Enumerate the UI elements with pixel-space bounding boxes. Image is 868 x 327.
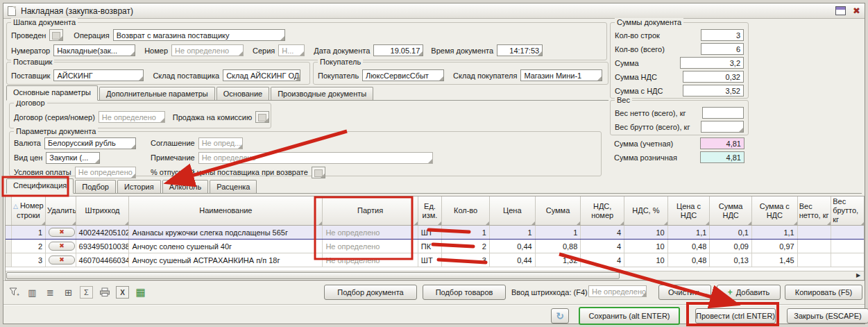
columns-icon[interactable]: ▥ [26,286,39,299]
tab-spec-2[interactable]: История [117,180,161,193]
clear-button[interactable]: Очистить [658,285,711,300]
contract-field[interactable]: Не определено [99,111,165,123]
table-row[interactable]: 1✖400244205102Ананасы кружочки слегка по… [6,226,865,240]
calculator-icon[interactable]: ⊞ [62,286,75,299]
tab-main-2[interactable]: Основание [216,87,269,100]
table-row[interactable]: 3✖460704466034Анчоус сушеный АСТРАХАНКИН… [6,253,865,267]
number-field[interactable]: Не определено [171,44,244,56]
retail-sum-label: Сумма розничная [614,153,677,162]
column-header-unit[interactable]: Ед. изм. [418,196,441,226]
supplier-warehouse-combo[interactable]: Склад АЙСКИНГ ОДО [223,69,300,81]
numbered-list-icon[interactable]: ≣ [44,286,57,299]
column-header-sum-vat-incl[interactable]: Сумма с НДС [751,196,797,226]
column-header-vat-pct[interactable]: НДС, % [624,196,668,226]
tab-main-3[interactable]: Производные документы [271,87,373,100]
supplier-combo[interactable]: АЙСКИНГ [53,69,144,81]
cell-gross [831,253,865,267]
operation-combo[interactable]: Возврат с магазина поставщику [113,29,285,41]
doc-date-field[interactable]: 19.05.17 [373,44,423,56]
cell-qty: 3 [442,253,490,267]
sums-row-value-field[interactable]: 3,2 [680,57,744,69]
restore-window-icon[interactable] [835,6,846,15]
numerator-combo[interactable]: Накладные(зак... [53,44,135,56]
commission-checkbox[interactable] [255,111,269,123]
title-bar: Накладная (закупка-возврат) ✖ [3,3,865,19]
save-button[interactable]: Сохранить (alt ENTER) [579,307,680,325]
return-pct-checkbox[interactable] [312,167,325,178]
buyer-group: Покупатель Покупатель ЛюксСервисСбыт Скл… [313,62,609,85]
tab-spec-4[interactable]: Расценка [210,180,257,193]
net-weight-field[interactable] [702,107,744,119]
close-button[interactable]: Закрыть (ESCAPE) [787,308,868,324]
sums-row-label: Кол-во (всего) [615,45,665,53]
price-kind-combo[interactable]: Закупки (... [46,152,100,164]
note-field[interactable]: Не определено [198,152,433,164]
scroll-right-arrow-icon[interactable]: ▶ [853,272,863,279]
export-grid-icon[interactable]: ▦ [134,286,147,299]
column-header-barcode[interactable]: Штрихкод [76,196,129,226]
sums-row-value-field[interactable]: 0,32 [683,71,744,83]
column-header-net[interactable]: Вес нетто, кг [797,196,831,226]
column-header-price-vat[interactable]: Цена с НДС [667,196,710,226]
refresh-button[interactable]: ↻ [551,308,569,324]
doc-params-legend: Параметры документа [14,127,98,135]
delete-row-button[interactable]: ✖ [49,242,75,251]
doc-time-field[interactable]: 14:17:53 [497,44,543,56]
select-document-button[interactable]: Подбор документа [324,285,417,300]
cell-name: Ананасы кружочки слегка подслащены 565г [129,226,323,240]
return-pct-label: % отпускной цены поставщика при возврате [151,168,308,176]
copy-button[interactable]: Копировать (F5) [785,285,862,300]
gross-weight-field[interactable] [701,121,744,133]
buyer-label: Покупатель [318,72,359,80]
cell-num: 1 [11,226,46,240]
excel-icon[interactable]: X [116,286,129,299]
cell-vat-pct: 10 [624,240,668,253]
column-header-price[interactable]: Цена [489,196,535,226]
tab-main-1[interactable]: Дополнительные параметры [99,87,215,100]
filter-icon[interactable]: + [8,286,21,299]
sums-row-value-field[interactable]: 6 [701,43,744,55]
scrollbar-thumb[interactable] [6,272,620,279]
supplier-group: Поставщик Поставщик АЙСКИНГ Склад постав… [6,62,310,85]
payment-terms-field[interactable]: Не определено [75,167,136,178]
tab-spec-3[interactable]: Алкоголь [162,180,209,193]
print-icon[interactable] [98,286,111,299]
sort-icon: △ [13,203,18,210]
proveden-checkbox[interactable] [49,29,63,41]
delete-cell: ✖ [46,226,76,240]
delete-row-button[interactable]: ✖ [49,228,75,237]
column-header-num[interactable]: △Номер строки [11,196,46,226]
doc-date-label: Дата документа [314,47,370,55]
buyer-warehouse-combo[interactable]: Магазин Мини-1 [520,69,602,81]
add-button[interactable]: + Добавить [717,285,781,300]
post-button[interactable]: Провести (ctrl ENTER) [695,308,776,324]
agreement-field[interactable]: Не опред... [198,137,243,149]
column-header-gross[interactable]: Вес брутто, кг [831,196,865,226]
sum-icon[interactable]: Σ [80,286,93,299]
series-field[interactable]: Н... [278,44,305,56]
delete-row-button[interactable]: ✖ [49,255,75,265]
column-header-name[interactable]: Наименование [129,196,323,226]
column-header-vat-sum[interactable]: Сумма НДС [710,196,752,226]
sums-row-value-field[interactable]: 3,52 [683,85,744,97]
sums-row-label: Сумма [615,59,639,67]
column-header-vat-num[interactable]: НДС, номер [581,196,624,226]
column-header-qty[interactable]: Кол-во [442,196,490,226]
select-goods-button[interactable]: Подбор товаров [423,285,506,300]
currency-label: Валюта [14,139,41,147]
tab-spec-1[interactable]: Подбор [75,180,116,193]
column-header-batch[interactable]: Партия [323,196,418,226]
doc-time-label: Время документа [431,47,493,55]
barcode-entry-field[interactable]: Не определено [588,285,647,297]
table-row[interactable]: 2✖693495010038Анчоус солено сушеный 40гН… [6,240,865,253]
currency-combo[interactable]: Белорусский рубль [44,137,136,149]
sums-row-value-field[interactable]: 3 [701,29,744,41]
cell-barcode: 693495010038 [76,240,129,253]
column-header-sum[interactable]: Сумма [535,196,581,226]
horizontal-scrollbar[interactable]: ▶ [6,271,864,280]
buyer-combo[interactable]: ЛюксСервисСбыт [362,69,444,81]
close-window-icon[interactable]: ✖ [853,6,860,15]
tab-spec-0[interactable]: Спецификация [6,178,74,194]
tab-main-0[interactable]: Основные параметры [6,85,98,101]
cell-price: 1 [489,226,535,240]
